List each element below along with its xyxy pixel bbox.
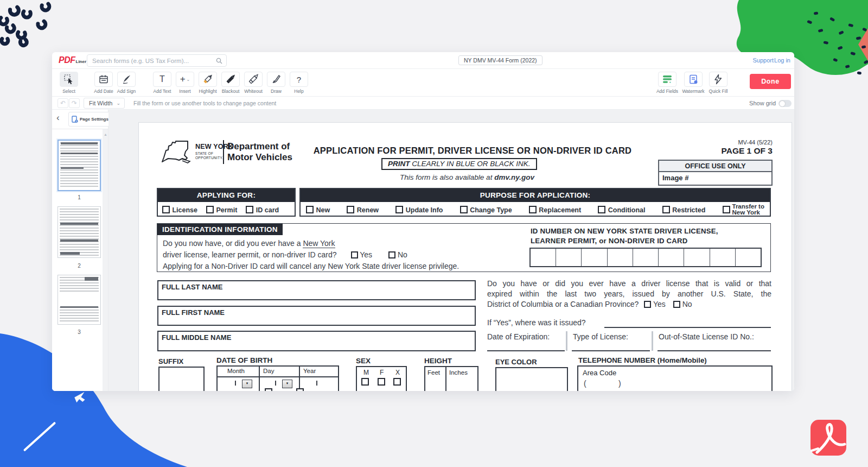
show-grid-toggle[interactable] <box>778 100 792 107</box>
tool-add-date[interactable]: Add Date <box>92 72 115 94</box>
oos-id-answer-line[interactable] <box>658 350 771 351</box>
sex-f-checkbox[interactable] <box>378 378 385 386</box>
height-divider <box>445 367 446 391</box>
permit-checkbox[interactable] <box>206 206 214 213</box>
zoom-mode-select[interactable]: Fit Width⌄ <box>84 98 125 109</box>
tool-draw[interactable]: Draw <box>265 72 288 94</box>
signature-pen-icon <box>117 72 136 87</box>
logo-divider <box>223 140 224 164</box>
pdfliner-logo[interactable]: PDFLiner <box>59 55 86 65</box>
page-thumbnail-2[interactable] <box>58 206 101 258</box>
thumbnail-scrollbar[interactable] <box>103 129 108 391</box>
new-checkbox[interactable] <box>306 206 314 213</box>
oos-yes-checkbox[interactable] <box>644 301 651 308</box>
renew-checkbox[interactable] <box>347 206 354 213</box>
replacement-checkbox[interactable] <box>529 206 537 213</box>
option-label: New York <box>732 210 764 216</box>
id-number-label-line2: LEARNER PERMIT, or NON-DRIVER ID CARD <box>531 237 687 245</box>
tool-help[interactable]: ? Help <box>288 72 310 94</box>
sex-x-checkbox[interactable] <box>393 378 401 386</box>
form-title-chip: NY DMV MV-44 Form (2022) <box>458 55 542 65</box>
license-type-answer-line[interactable] <box>572 350 650 351</box>
page-thumbnail-3[interactable] <box>58 275 101 325</box>
tool-whiteout[interactable]: Whiteout <box>242 72 265 94</box>
page-thumbnail-1[interactable] <box>58 140 101 191</box>
login-link[interactable]: Log in <box>774 57 790 64</box>
sex-x-label: X <box>395 369 400 376</box>
blackout-brush-icon <box>221 72 240 87</box>
search-box[interactable] <box>87 54 227 67</box>
tool-label: Add Date <box>92 89 115 94</box>
ident-yes-checkbox[interactable] <box>351 251 358 258</box>
oos-no-checkbox[interactable] <box>673 301 680 308</box>
purpose-option: Update Info <box>395 205 443 214</box>
id-cell[interactable] <box>556 249 582 266</box>
id-cell[interactable] <box>531 249 556 266</box>
agency-opportunity: OPPORTUNITY. <box>195 156 223 160</box>
tool-insert[interactable]: +⌄ Insert <box>174 72 196 94</box>
id-cell[interactable] <box>608 249 633 266</box>
support-link[interactable]: Support <box>752 57 774 64</box>
applying-option-idcard: ID card <box>246 205 279 214</box>
id-cell[interactable] <box>659 249 684 266</box>
tool-watermark[interactable]: Watermark <box>681 72 705 94</box>
suffix-field[interactable] <box>158 367 205 391</box>
tool-add-text[interactable]: T Add Text <box>151 72 174 94</box>
license-checkbox[interactable] <box>162 206 170 213</box>
suffix-label: SUFFIX <box>158 357 183 365</box>
tool-highlight[interactable]: Highlight <box>196 72 219 94</box>
day-dropdown-button[interactable]: ▼ <box>282 380 292 388</box>
full-first-name-field[interactable]: FULL FIRST NAME <box>157 306 476 326</box>
issued-answer-line[interactable] <box>604 327 771 328</box>
clipped-checkbox[interactable] <box>265 388 272 391</box>
tool-select[interactable]: Select <box>58 72 80 94</box>
page-settings-button[interactable]: Page Settings <box>68 112 112 127</box>
id-card-checkbox[interactable] <box>246 206 253 213</box>
ident-no-checkbox[interactable] <box>388 251 395 258</box>
tool-add-fields[interactable]: + Add Fields <box>655 72 679 94</box>
tool-add-sign[interactable]: Add Sign <box>115 72 138 94</box>
id-cell[interactable] <box>710 249 736 266</box>
update-info-checkbox[interactable] <box>395 206 403 213</box>
clipped-checkbox[interactable] <box>296 388 304 391</box>
purpose-option-transfer: Transfer toNew York <box>723 204 764 216</box>
change-type-checkbox[interactable] <box>460 206 468 213</box>
phone-field[interactable]: Area Code ( ) <box>577 365 773 391</box>
tool-label: Add Sign <box>115 89 138 94</box>
id-number-cells[interactable] <box>529 248 762 267</box>
restricted-checkbox[interactable] <box>662 206 670 213</box>
id-cell[interactable] <box>582 249 607 266</box>
ident-note: Applying for a Non-Driver ID card will c… <box>163 262 459 270</box>
redo-button[interactable]: ↷ <box>69 98 80 108</box>
tool-quick-fill[interactable]: Quick Fill <box>706 72 730 94</box>
yes-label: Yes <box>360 250 372 259</box>
id-number-label-line1: ID NUMBER ON NEW YORK STATE DRIVER LICEN… <box>531 227 718 235</box>
tool-blackout[interactable]: Blackout <box>219 72 242 94</box>
id-cell[interactable] <box>684 249 710 266</box>
month-dropdown-button[interactable]: ▼ <box>242 380 252 388</box>
height-field[interactable]: Feet Inches <box>424 366 478 391</box>
collapse-sidebar-icon[interactable]: ‹ <box>56 112 60 123</box>
done-button[interactable]: Done <box>750 74 791 89</box>
app-header: PDFLiner NY DMV MV-44 Form (2022) Suppor… <box>52 52 794 69</box>
thumbnail-art <box>60 142 98 188</box>
dob-col-divider <box>299 367 300 391</box>
transfer-checkbox[interactable] <box>723 206 730 213</box>
agency-state-of: STATE OF <box>195 152 213 155</box>
text-icon: T <box>153 72 171 87</box>
eye-color-label: EYE COLOR <box>495 358 537 366</box>
undo-button[interactable]: ↶ <box>58 98 68 108</box>
conditional-checkbox[interactable] <box>598 206 605 213</box>
search-input[interactable] <box>87 55 226 66</box>
sex-m-checkbox[interactable] <box>361 378 369 386</box>
full-middle-name-field[interactable]: FULL MIDDLE NAME <box>157 331 476 351</box>
id-cell[interactable] <box>633 249 659 266</box>
id-cell[interactable] <box>736 249 761 266</box>
toolbar-hint: Fill the form or use another tools to ch… <box>133 97 276 110</box>
full-last-name-field[interactable]: FULL LAST NAME <box>157 280 476 300</box>
eye-color-field[interactable] <box>495 367 568 391</box>
expiration-answer-line[interactable] <box>487 350 565 351</box>
dob-field[interactable]: Month Day Year ▼ ▼ <box>216 365 339 391</box>
dob-tick <box>235 381 236 386</box>
scroll-up-icon[interactable]: ▲ <box>104 132 107 136</box>
